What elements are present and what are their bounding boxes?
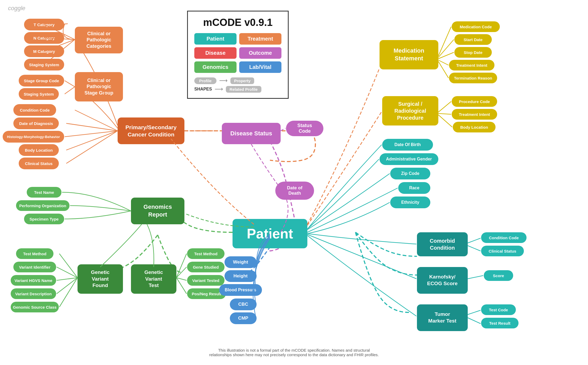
tumor-marker-test-node: TumorMarker Test xyxy=(417,304,468,331)
clinical-status-2-node: Clinical Status xyxy=(481,246,524,256)
zip-code-node: Zip Code xyxy=(390,168,430,179)
weight-node: Weight xyxy=(225,256,257,268)
surgical-radiological-procedure-node: Surgical /RadiologicalProcedure xyxy=(382,96,438,125)
test-code-node: Test Code xyxy=(481,304,516,315)
start-date-node: Start Date xyxy=(454,34,492,45)
performing-organization-node: Performing Organization xyxy=(16,200,69,211)
medication-statement-node: MedicationStatement xyxy=(380,40,438,69)
height-node: Height xyxy=(225,270,257,282)
related-profile-shape: Related Profile xyxy=(226,86,261,93)
legend-genomics: Genomics xyxy=(194,61,237,73)
treatment-intent-1-node: Treatment Intent xyxy=(449,60,494,70)
medication-code-node: Medication Code xyxy=(452,21,500,32)
karnofsky-ecog-node: Karnofsky/ECOG Score xyxy=(417,267,468,294)
disclaimer: This illustration is not a formal part o… xyxy=(209,348,379,357)
variant-tested-node: Variant Tested xyxy=(187,275,225,286)
disease-status-node: Disease Status xyxy=(222,123,281,144)
date-of-death-node: Date ofDeath xyxy=(275,182,314,200)
stage-group-code-node: Stage Group Code xyxy=(19,75,64,87)
m-category-node: M Category xyxy=(24,45,64,57)
date-of-birth-node: Date Of Birth xyxy=(382,139,433,151)
patient-node: Patient xyxy=(233,219,307,248)
variant-hgvs-name-node: Variant HGVS Name xyxy=(11,275,56,286)
legend-title: mCODE v0.9.1 xyxy=(194,17,281,28)
legend-colors: Patient Treatment Disease Outcome Genomi… xyxy=(194,33,281,73)
coggle-logo: coggle xyxy=(8,5,25,12)
condition-code-1-node: Condition Code xyxy=(13,104,56,116)
property-shape: Property xyxy=(230,77,254,84)
variant-description-node: Variant Description xyxy=(11,288,56,299)
genetic-variant-test-node: GeneticVariantTest xyxy=(131,264,176,294)
legend-outcome: Outcome xyxy=(239,47,281,59)
n-category-node: N Category xyxy=(24,32,64,44)
test-method-2-node: Test Method xyxy=(187,248,225,259)
condition-code-2-node: Condition Code xyxy=(481,232,527,243)
clinical-pathologic-stage-group-node: Clinical orPathologicStage Group xyxy=(75,72,123,101)
legend-treatment: Treatment xyxy=(239,33,281,45)
legend-box: mCODE v0.9.1 Patient Treatment Disease O… xyxy=(187,11,289,99)
test-name-node: Test Name xyxy=(27,187,61,198)
score-node: Score xyxy=(484,270,513,281)
administrative-gender-node: Administrative Gender xyxy=(380,153,438,165)
date-of-diagnosis-node: Date of Diagnosis xyxy=(13,117,59,129)
shapes-label: SHAPES xyxy=(194,87,212,92)
procedure-code-node: Procedure Code xyxy=(452,96,497,107)
primary-secondary-cancer-node: Primary/SecondaryCancer Condition xyxy=(118,117,184,144)
clinical-pathologic-categories-node: Clinical orPathologicCategories xyxy=(75,27,123,53)
genomic-source-class-node: Genomic Source Class xyxy=(11,302,59,312)
test-result-node: Test Result xyxy=(481,318,519,328)
legend-patient: Patient xyxy=(194,33,237,45)
cmp-node: CMP xyxy=(230,312,257,324)
staging-system-2-node: Staging System xyxy=(19,88,59,100)
test-method-1-node: Test Method xyxy=(16,248,53,259)
ethnicity-node: Ethnicity xyxy=(390,197,430,208)
legend-shape-row-1: Profile ⟶ Property xyxy=(194,77,281,84)
legend-shapes: Profile ⟶ Property SHAPES ⟶ Related Prof… xyxy=(194,77,281,93)
treatment-intent-2-node: Treatment Intent xyxy=(452,109,497,120)
variant-identifier-node: Variant Identifier xyxy=(13,262,56,272)
cbc-node: CBC xyxy=(230,299,257,310)
legend-disease: Disease xyxy=(194,47,237,59)
race-node: Race xyxy=(398,182,430,194)
histology-morphology-node: Histology-Morphology-Behavior xyxy=(3,131,64,143)
profile-shape: Profile xyxy=(194,77,216,84)
arrow-2: ⟶ xyxy=(215,86,223,93)
comorbid-condition-node: ComorbidCondition xyxy=(417,232,468,256)
body-location-2-node: Body Location xyxy=(453,122,496,132)
status-code-node: StatusCode xyxy=(286,121,323,136)
legend-lab: Lab/Vital xyxy=(239,61,281,73)
arrow-1: ⟶ xyxy=(219,77,228,84)
genomics-report-node: GenomicsReport xyxy=(131,198,184,224)
t-category-node: T Category xyxy=(24,19,64,30)
genetic-variant-found-node: GeneticVariantFound xyxy=(78,264,123,294)
gene-studied-node: Gene Studied xyxy=(187,262,225,272)
blood-pressure-node: Blood Pressure xyxy=(219,284,262,296)
clinical-status-1-node: Clinical Status xyxy=(19,158,59,169)
legend-shape-row-2: SHAPES ⟶ Related Profile xyxy=(194,86,281,93)
body-location-1-node: Body Location xyxy=(19,144,59,156)
stop-date-node: Stop Date xyxy=(454,47,492,58)
termination-reason-node: Termination Reason xyxy=(449,73,497,83)
staging-system-1-node: Staging System xyxy=(24,59,64,70)
specimen-type-node: Specimen Type xyxy=(24,214,64,224)
